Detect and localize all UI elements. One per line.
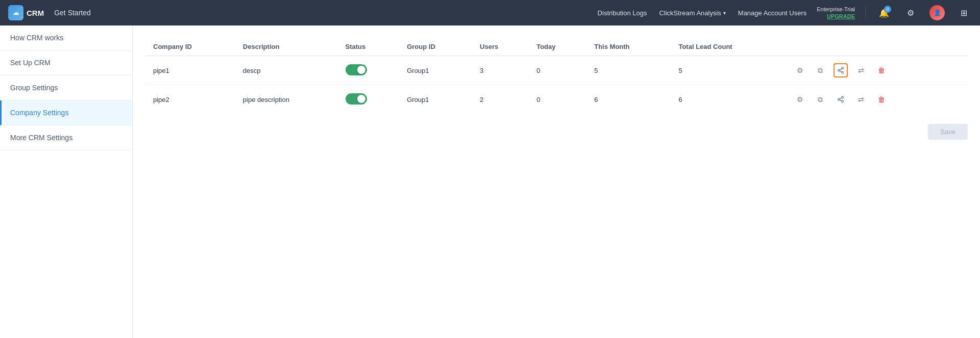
- save-button[interactable]: Save: [928, 124, 968, 140]
- clickstream-link[interactable]: ClickStream Analysis ▾: [659, 9, 725, 17]
- notifications-button[interactable]: 🔔 0: [876, 5, 892, 21]
- sidebar-item-more-settings[interactable]: More CRM Settings: [0, 125, 132, 150]
- main-content: Company ID Description Status Group ID U…: [133, 25, 980, 338]
- cell-total-lead-count: 5: [670, 56, 785, 85]
- svg-point-6: [838, 98, 840, 100]
- share-action-button[interactable]: [834, 92, 848, 107]
- cell-users: 2: [472, 85, 528, 114]
- trial-info: Enterprise-Trial UPGRADE: [817, 6, 855, 20]
- logo[interactable]: ☁ CRM: [8, 5, 44, 20]
- action-icons: ⚙ ⧉ ⇄ 🗑: [793, 92, 960, 107]
- cell-users: 3: [472, 56, 528, 85]
- cell-actions: ⚙ ⧉ ⇄ 🗑: [785, 85, 968, 114]
- sidebar-item-label: Company Settings: [10, 109, 68, 117]
- svg-point-2: [842, 71, 844, 73]
- status-toggle[interactable]: [346, 93, 367, 105]
- sidebar-item-setup-crm[interactable]: Set Up CRM: [0, 50, 132, 75]
- table-row: pipe2 pipe description Group1 2 0 6 6 ⚙ …: [145, 85, 968, 114]
- col-this-month: This Month: [586, 38, 670, 56]
- svg-point-0: [842, 67, 844, 69]
- sidebar-item-label: Set Up CRM: [10, 59, 51, 67]
- col-company-id: Company ID: [145, 38, 235, 56]
- settings-action-button[interactable]: ⚙: [793, 92, 807, 107]
- sidebar-item-label: More CRM Settings: [10, 134, 72, 142]
- sidebar-item-how-crm[interactable]: How CRM works: [0, 25, 132, 50]
- settings-action-button[interactable]: ⚙: [793, 63, 807, 77]
- apps-button[interactable]: ⊞: [955, 5, 972, 21]
- delete-action-button[interactable]: 🗑: [874, 63, 889, 77]
- table-row: pipe1 descp Group1 3 0 5 5 ⚙ ⧉ ⇄ 🗑: [145, 56, 968, 85]
- status-toggle[interactable]: [346, 64, 367, 75]
- clickstream-label: ClickStream Analysis: [659, 9, 721, 17]
- svg-line-3: [840, 71, 842, 72]
- col-total-lead-count: Total Lead Count: [670, 38, 785, 56]
- pipeline-table: Company ID Description Status Group ID U…: [145, 38, 968, 114]
- cell-total-lead-count: 6: [670, 85, 785, 114]
- copy-action-button[interactable]: ⧉: [813, 63, 827, 77]
- svg-point-5: [842, 96, 844, 98]
- col-group-id: Group ID: [399, 38, 472, 56]
- grid-icon: ⊞: [961, 8, 967, 18]
- manage-users-link[interactable]: Manage Account Users: [738, 9, 806, 17]
- sidebar-item-group-settings[interactable]: Group Settings: [0, 75, 132, 100]
- get-started-link[interactable]: Get Started: [54, 9, 91, 17]
- svg-line-4: [840, 69, 842, 70]
- trial-label: Enterprise-Trial: [817, 6, 855, 13]
- save-button-container: Save: [145, 124, 968, 140]
- cell-actions: ⚙ ⧉ ⇄ 🗑: [785, 56, 968, 85]
- cell-group-id: Group1: [399, 85, 472, 114]
- avatar-button[interactable]: 👤: [929, 5, 945, 21]
- copy-action-button[interactable]: ⧉: [813, 92, 827, 107]
- transfer-action-button[interactable]: ⇄: [854, 92, 868, 107]
- sidebar: How CRM works Set Up CRM Group Settings …: [0, 25, 133, 338]
- cell-today: 0: [528, 56, 586, 85]
- distribution-logs-label: Distribution Logs: [598, 9, 647, 17]
- manage-users-label: Manage Account Users: [738, 9, 806, 17]
- cell-company-id: pipe2: [145, 85, 235, 114]
- distribution-logs-link[interactable]: Distribution Logs: [598, 9, 647, 17]
- col-today: Today: [528, 38, 586, 56]
- gear-icon: ⚙: [907, 8, 914, 18]
- logo-text: CRM: [27, 9, 44, 17]
- action-icons: ⚙ ⧉ ⇄ 🗑: [793, 63, 960, 77]
- settings-button[interactable]: ⚙: [902, 5, 919, 21]
- cell-group-id: Group1: [399, 56, 472, 85]
- col-status: Status: [337, 38, 399, 56]
- upgrade-link[interactable]: UPGRADE: [827, 13, 855, 20]
- col-users: Users: [472, 38, 528, 56]
- svg-point-1: [838, 69, 840, 71]
- delete-action-button[interactable]: 🗑: [874, 92, 889, 107]
- sidebar-item-label: How CRM works: [10, 34, 63, 42]
- cell-description: pipe description: [235, 85, 337, 114]
- nav-divider: [865, 7, 866, 19]
- chevron-down-icon: ▾: [723, 10, 726, 16]
- sidebar-item-label: Group Settings: [10, 84, 58, 92]
- cell-this-month: 5: [586, 56, 670, 85]
- svg-line-8: [840, 100, 842, 101]
- cell-today: 0: [528, 85, 586, 114]
- cell-company-id: pipe1: [145, 56, 235, 85]
- cell-this-month: 6: [586, 85, 670, 114]
- transfer-action-button[interactable]: ⇄: [854, 63, 868, 77]
- share-action-button[interactable]: [834, 63, 848, 77]
- logo-icon: ☁: [8, 5, 23, 20]
- nav-links: Distribution Logs ClickStream Analysis ▾…: [598, 9, 807, 17]
- svg-line-9: [840, 98, 842, 99]
- cell-description: descp: [235, 56, 337, 85]
- avatar: 👤: [929, 5, 945, 20]
- cell-status[interactable]: [337, 85, 399, 114]
- main-layout: How CRM works Set Up CRM Group Settings …: [0, 25, 980, 338]
- sidebar-item-company-settings[interactable]: Company Settings: [0, 100, 132, 125]
- notification-count: 0: [884, 6, 891, 13]
- top-navigation: ☁ CRM Get Started Distribution Logs Clic…: [0, 0, 980, 25]
- col-description: Description: [235, 38, 337, 56]
- cell-status[interactable]: [337, 56, 399, 85]
- svg-point-7: [842, 100, 844, 102]
